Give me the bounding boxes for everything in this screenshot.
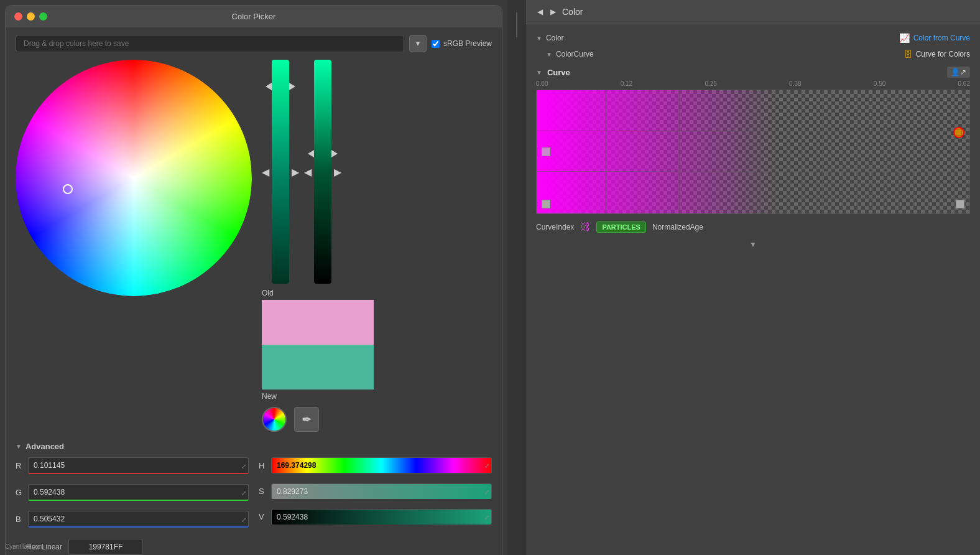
right-of-wheel: ◀ ▶ ◀ — [262, 60, 374, 432]
color-wheel-icon[interactable] — [262, 407, 287, 432]
slider1-group: ◀ ▶ — [262, 60, 299, 284]
color-from-curve-label[interactable]: Color from Curve — [913, 34, 970, 42]
b-label: B — [16, 515, 24, 524]
curve-bottom-handle-right[interactable] — [956, 200, 964, 208]
hex-section: Hex Linear Hex sRGB — [16, 539, 492, 555]
link-icon[interactable]: ⛓ — [580, 222, 590, 233]
g-track-spacer — [16, 505, 249, 507]
v-track-spacer — [259, 528, 492, 531]
curve-index-label: CurveIndex — [536, 223, 574, 231]
eyedropper-button[interactable]: ✒ — [294, 407, 319, 432]
dropdown-triangle-icon: ▼ — [749, 240, 757, 249]
axis-1: 0.12 — [621, 80, 632, 87]
dropdown-arrow-icon: ▾ — [416, 39, 420, 48]
right-panel-header: ◀ ▶ Color — [526, 0, 980, 24]
dropdown-arrow-row: ▼ — [526, 240, 980, 249]
curve-collapse-icon: ▼ — [536, 69, 542, 76]
axis-5: 0.62 — [958, 80, 970, 87]
drag-dropdown-button[interactable]: ▾ — [409, 35, 427, 52]
hex-linear-row: Hex Linear — [16, 539, 492, 555]
drag-drop-input[interactable] — [16, 35, 404, 52]
axis-2: 0.25 — [705, 80, 716, 87]
h-expand-icon[interactable]: ⤢ — [484, 462, 489, 469]
panel-title: Color Picker — [232, 12, 276, 21]
curve-for-colors-label[interactable]: Curve for Colors — [916, 50, 970, 58]
b-track-spacer — [16, 531, 249, 534]
hue-slider-track[interactable] — [272, 60, 289, 284]
curve-bottom-handle-left[interactable] — [542, 200, 550, 208]
color-curve-row: ▼ ColorCurve 🗄 Curve for Colors — [526, 47, 980, 62]
slider2-left-arrow[interactable]: ◀ — [304, 166, 312, 178]
slider2-group: ◀ ▶ — [304, 60, 341, 284]
b-input[interactable] — [28, 511, 249, 528]
right-collapse-right-btn[interactable]: ▶ — [549, 6, 557, 17]
s-expand-icon[interactable]: ⤢ — [484, 488, 489, 495]
new-color-swatch — [262, 345, 374, 389]
new-label: New — [262, 392, 374, 401]
h-input[interactable] — [271, 457, 492, 473]
drag-bar: ▾ sRGB Preview — [16, 35, 492, 52]
curve-graph[interactable] — [536, 90, 970, 214]
advanced-section: ▼ Advanced R ⤢ G — [16, 442, 492, 555]
picker-content: ▾ sRGB Preview — [6, 27, 502, 555]
curve-tool-icon: 👤↗ — [951, 68, 966, 77]
axis-0: 0.00 — [536, 80, 548, 87]
color-wheel[interactable] — [16, 60, 252, 296]
color-wheel-container[interactable] — [16, 60, 252, 296]
b-input-wrapper: ⤢ — [28, 511, 249, 528]
v-expand-icon[interactable]: ⤢ — [484, 513, 489, 520]
hex-linear-input[interactable] — [68, 539, 143, 555]
axis-4: 0.50 — [874, 80, 885, 87]
slider1-right-arrow[interactable]: ▶ — [292, 166, 299, 178]
srgb-checkbox-input[interactable] — [432, 40, 440, 48]
right-collapse-left-btn[interactable]: ◀ — [536, 6, 544, 17]
v-input[interactable] — [271, 509, 492, 525]
advanced-header[interactable]: ▼ Advanced — [16, 442, 492, 451]
color-curve-label: ColorCurve — [556, 50, 631, 58]
color-picker-window: Color Picker ▾ sRGB Preview — [5, 5, 502, 555]
color-from-curve-value: 📈 Color from Curve — [899, 33, 970, 43]
slider2-right-arrow[interactable]: ▶ — [334, 166, 341, 178]
g-input[interactable] — [28, 484, 249, 501]
old-label: Old — [262, 289, 374, 297]
g-expand-icon[interactable]: ⤢ — [241, 489, 246, 496]
srgb-checkbox[interactable]: sRGB Preview — [432, 39, 492, 48]
hue-handle-arrow-left — [266, 83, 272, 90]
r-input[interactable] — [28, 457, 249, 474]
right-panel-content: ▼ Color 📈 Color from Curve ▼ ColorCurve … — [526, 24, 980, 256]
s-input[interactable] — [271, 483, 492, 499]
sliders-row: ◀ ▶ ◀ — [262, 60, 374, 284]
picker-main: ◀ ▶ ◀ — [16, 60, 492, 432]
curve-tool-button[interactable]: 👤↗ — [947, 67, 970, 78]
slider1-left-arrow[interactable]: ◀ — [262, 166, 269, 178]
srgb-label: sRGB Preview — [443, 39, 492, 48]
eyedropper-icon: ✒ — [302, 412, 312, 427]
v-input-wrapper: ⤢ — [271, 509, 492, 525]
axis-3: 0.38 — [789, 80, 801, 87]
color-label: Color — [546, 34, 621, 42]
val-handle-arrow-left — [308, 150, 314, 157]
color-from-curve-icon: 📈 — [899, 33, 910, 43]
minimize-button[interactable] — [27, 12, 35, 21]
curve-section-label: Curve — [547, 68, 570, 77]
b-channel-row: B ⤢ — [16, 511, 249, 528]
curve-point-left[interactable] — [542, 147, 550, 156]
r-expand-icon[interactable]: ⤢ — [241, 462, 246, 469]
particles-badge[interactable]: PARTICLES — [596, 222, 646, 233]
h-channel-row: H ⤢ — [259, 457, 492, 473]
color-curve-collapse-icon: ▼ — [546, 51, 552, 58]
b-expand-icon[interactable]: ⤢ — [241, 516, 246, 523]
v-channel-row: V ⤢ — [259, 509, 492, 525]
advanced-collapse-icon: ▼ — [16, 443, 22, 450]
right-panel: ◀ ▶ Color ▼ Color 📈 Color from Curve ▼ C… — [526, 0, 980, 555]
r-channel-row: R ⤢ — [16, 457, 249, 474]
color-property-row: ▼ Color 📈 Color from Curve — [526, 29, 980, 47]
title-bar: Color Picker — [6, 6, 502, 27]
preview-actions: ✒ — [262, 407, 374, 432]
close-button[interactable] — [14, 12, 22, 21]
maximize-button[interactable] — [39, 12, 47, 21]
s-track-spacer — [259, 503, 492, 505]
value-slider-track[interactable] — [314, 60, 331, 284]
curve-axis-labels: 0.00 0.12 0.25 0.38 0.50 0.62 — [536, 80, 970, 87]
g-input-wrapper: ⤢ — [28, 484, 249, 501]
